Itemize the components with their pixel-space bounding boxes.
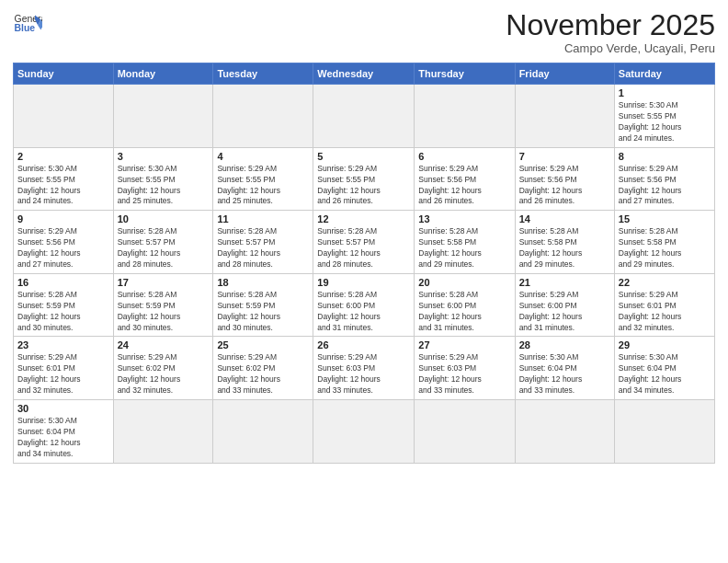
header: General Blue November 2025 Campo Verde, … <box>13 9 715 55</box>
day-cell: 9Sunrise: 5:29 AM Sunset: 5:56 PM Daylig… <box>14 211 114 274</box>
day-cell: 24Sunrise: 5:29 AM Sunset: 6:02 PM Dayli… <box>113 337 213 400</box>
header-thursday: Thursday <box>415 63 515 85</box>
day-number: 18 <box>217 277 309 288</box>
day-info: Sunrise: 5:28 AM Sunset: 6:00 PM Dayligh… <box>418 290 510 334</box>
day-cell: 3Sunrise: 5:30 AM Sunset: 5:55 PM Daylig… <box>113 147 213 211</box>
day-info: Sunrise: 5:28 AM Sunset: 5:57 PM Dayligh… <box>217 226 309 270</box>
day-number: 2 <box>17 151 109 162</box>
week-row-5: 23Sunrise: 5:29 AM Sunset: 6:01 PM Dayli… <box>14 337 715 400</box>
day-cell <box>313 85 415 148</box>
day-cell <box>313 400 415 464</box>
subtitle: Campo Verde, Ucayali, Peru <box>506 41 715 55</box>
day-number: 26 <box>317 339 410 350</box>
day-cell: 5Sunrise: 5:29 AM Sunset: 5:55 PM Daylig… <box>313 147 415 211</box>
day-number: 9 <box>17 213 109 224</box>
day-info: Sunrise: 5:30 AM Sunset: 5:55 PM Dayligh… <box>17 164 109 208</box>
header-saturday: Saturday <box>614 63 714 85</box>
day-number: 29 <box>619 339 711 350</box>
day-info: Sunrise: 5:28 AM Sunset: 5:59 PM Dayligh… <box>118 290 210 334</box>
day-cell <box>213 400 313 464</box>
day-number: 24 <box>118 339 210 350</box>
logo-icon: General Blue <box>13 9 42 39</box>
day-number: 19 <box>317 277 410 288</box>
day-cell: 19Sunrise: 5:28 AM Sunset: 6:00 PM Dayli… <box>313 273 415 337</box>
day-info: Sunrise: 5:28 AM Sunset: 5:58 PM Dayligh… <box>418 226 510 270</box>
header-monday: Monday <box>113 63 213 85</box>
day-cell: 30Sunrise: 5:30 AM Sunset: 6:04 PM Dayli… <box>14 400 114 464</box>
day-cell: 22Sunrise: 5:29 AM Sunset: 6:01 PM Dayli… <box>614 273 714 337</box>
day-number: 25 <box>217 339 309 350</box>
day-number: 10 <box>118 213 210 224</box>
day-cell: 14Sunrise: 5:28 AM Sunset: 5:58 PM Dayli… <box>515 211 614 274</box>
day-info: Sunrise: 5:30 AM Sunset: 6:04 PM Dayligh… <box>619 352 711 396</box>
day-info: Sunrise: 5:29 AM Sunset: 6:03 PM Dayligh… <box>317 352 410 396</box>
day-number: 6 <box>418 151 510 162</box>
day-info: Sunrise: 5:29 AM Sunset: 6:01 PM Dayligh… <box>17 352 109 396</box>
day-number: 5 <box>317 151 410 162</box>
day-number: 23 <box>17 339 109 350</box>
day-number: 16 <box>17 277 109 288</box>
day-cell: 25Sunrise: 5:29 AM Sunset: 6:02 PM Dayli… <box>213 337 313 400</box>
day-cell <box>14 85 114 148</box>
day-number: 22 <box>619 277 711 288</box>
day-cell <box>515 400 614 464</box>
day-info: Sunrise: 5:30 AM Sunset: 5:55 PM Dayligh… <box>118 164 210 208</box>
day-info: Sunrise: 5:30 AM Sunset: 6:04 PM Dayligh… <box>519 352 610 396</box>
day-number: 8 <box>619 151 711 162</box>
day-cell: 15Sunrise: 5:28 AM Sunset: 5:58 PM Dayli… <box>614 211 714 274</box>
day-cell <box>113 400 213 464</box>
day-cell: 28Sunrise: 5:30 AM Sunset: 6:04 PM Dayli… <box>515 337 614 400</box>
day-info: Sunrise: 5:29 AM Sunset: 6:03 PM Dayligh… <box>418 352 510 396</box>
day-info: Sunrise: 5:29 AM Sunset: 6:02 PM Dayligh… <box>118 352 210 396</box>
day-cell <box>515 85 614 148</box>
day-info: Sunrise: 5:29 AM Sunset: 5:56 PM Dayligh… <box>619 164 711 208</box>
day-cell: 23Sunrise: 5:29 AM Sunset: 6:01 PM Dayli… <box>14 337 114 400</box>
day-number: 12 <box>317 213 410 224</box>
week-row-3: 9Sunrise: 5:29 AM Sunset: 5:56 PM Daylig… <box>14 211 715 274</box>
day-number: 4 <box>217 151 309 162</box>
day-cell: 10Sunrise: 5:28 AM Sunset: 5:57 PM Dayli… <box>113 211 213 274</box>
day-number: 21 <box>519 277 610 288</box>
day-info: Sunrise: 5:29 AM Sunset: 5:56 PM Dayligh… <box>418 164 510 208</box>
day-info: Sunrise: 5:28 AM Sunset: 6:00 PM Dayligh… <box>317 290 410 334</box>
day-number: 14 <box>519 213 610 224</box>
day-number: 1 <box>619 87 711 98</box>
day-number: 15 <box>619 213 711 224</box>
day-info: Sunrise: 5:29 AM Sunset: 6:02 PM Dayligh… <box>217 352 309 396</box>
title-area: November 2025 Campo Verde, Ucayali, Peru <box>506 9 715 55</box>
day-cell: 6Sunrise: 5:29 AM Sunset: 5:56 PM Daylig… <box>415 147 515 211</box>
day-cell: 13Sunrise: 5:28 AM Sunset: 5:58 PM Dayli… <box>415 211 515 274</box>
day-info: Sunrise: 5:28 AM Sunset: 5:59 PM Dayligh… <box>17 290 109 334</box>
day-cell <box>415 400 515 464</box>
day-info: Sunrise: 5:28 AM Sunset: 5:59 PM Dayligh… <box>217 290 309 334</box>
day-cell: 4Sunrise: 5:29 AM Sunset: 5:55 PM Daylig… <box>213 147 313 211</box>
page: General Blue November 2025 Campo Verde, … <box>0 0 728 563</box>
calendar: Sunday Monday Tuesday Wednesday Thursday… <box>13 63 715 463</box>
day-cell: 21Sunrise: 5:29 AM Sunset: 6:00 PM Dayli… <box>515 273 614 337</box>
day-number: 13 <box>418 213 510 224</box>
day-cell: 8Sunrise: 5:29 AM Sunset: 5:56 PM Daylig… <box>614 147 714 211</box>
day-info: Sunrise: 5:28 AM Sunset: 5:57 PM Dayligh… <box>118 226 210 270</box>
day-info: Sunrise: 5:29 AM Sunset: 6:00 PM Dayligh… <box>519 290 610 334</box>
header-tuesday: Tuesday <box>213 63 313 85</box>
logo: General Blue <box>13 9 42 39</box>
day-info: Sunrise: 5:28 AM Sunset: 5:58 PM Dayligh… <box>619 226 711 270</box>
day-cell: 20Sunrise: 5:28 AM Sunset: 6:00 PM Dayli… <box>415 273 515 337</box>
day-cell <box>213 85 313 148</box>
day-cell: 12Sunrise: 5:28 AM Sunset: 5:57 PM Dayli… <box>313 211 415 274</box>
day-info: Sunrise: 5:29 AM Sunset: 6:01 PM Dayligh… <box>619 290 711 334</box>
day-cell <box>113 85 213 148</box>
day-cell: 26Sunrise: 5:29 AM Sunset: 6:03 PM Dayli… <box>313 337 415 400</box>
day-number: 17 <box>118 277 210 288</box>
day-info: Sunrise: 5:29 AM Sunset: 5:56 PM Dayligh… <box>17 226 109 270</box>
day-info: Sunrise: 5:30 AM Sunset: 6:04 PM Dayligh… <box>17 416 109 460</box>
day-cell: 16Sunrise: 5:28 AM Sunset: 5:59 PM Dayli… <box>14 273 114 337</box>
day-cell <box>415 85 515 148</box>
day-info: Sunrise: 5:29 AM Sunset: 5:56 PM Dayligh… <box>519 164 610 208</box>
day-cell: 17Sunrise: 5:28 AM Sunset: 5:59 PM Dayli… <box>113 273 213 337</box>
week-row-6: 30Sunrise: 5:30 AM Sunset: 6:04 PM Dayli… <box>14 400 715 464</box>
week-row-1: 1Sunrise: 5:30 AM Sunset: 5:55 PM Daylig… <box>14 85 715 148</box>
day-cell: 1Sunrise: 5:30 AM Sunset: 5:55 PM Daylig… <box>614 85 714 148</box>
month-title: November 2025 <box>506 9 715 41</box>
day-number: 20 <box>418 277 510 288</box>
